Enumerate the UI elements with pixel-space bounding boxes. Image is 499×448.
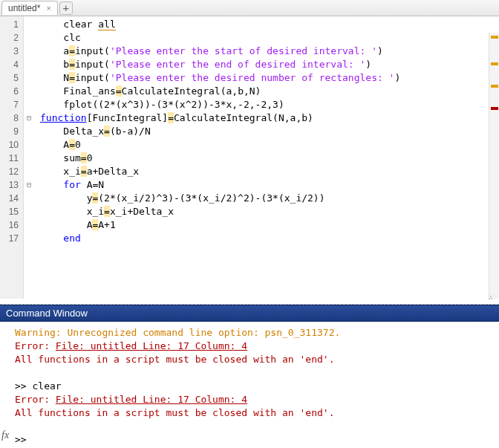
line-number: 6 <box>0 85 19 98</box>
fold-spacer <box>24 71 34 85</box>
line-number: 11 <box>0 152 19 165</box>
pane-splitter[interactable]: ∴ <box>0 299 499 305</box>
code-line[interactable]: a=input('Please enter the start of desir… <box>40 45 499 58</box>
code-line[interactable]: clear all <box>40 18 499 31</box>
tab-title: untitled* <box>8 3 40 13</box>
code-area[interactable]: clear all clc a=input('Please enter the … <box>34 16 499 299</box>
line-number: 16 <box>0 218 19 232</box>
line-number: 15 <box>0 205 19 218</box>
error-link[interactable]: File: untitled Line: 17 Column: 4 <box>56 394 247 405</box>
fold-spacer <box>24 18 34 31</box>
code-line[interactable]: N=input('Please enter the desired number… <box>40 71 499 85</box>
editor-tab-untitled[interactable]: untitled* × <box>1 1 58 15</box>
line-number: 8 <box>0 111 19 125</box>
code-line[interactable]: sum=0 <box>40 152 499 165</box>
console-line: All functions in a script must be closed… <box>15 353 496 366</box>
line-number: 7 <box>0 98 19 111</box>
editor-scrollbar[interactable] <box>489 33 499 299</box>
plus-icon: + <box>63 2 69 14</box>
lint-marker-warn[interactable] <box>491 85 498 88</box>
code-line[interactable]: b=input('Please enter the end of desired… <box>40 58 499 71</box>
console-line: All functions in a script must be closed… <box>15 406 496 420</box>
fold-spacer <box>24 152 34 165</box>
line-number: 17 <box>0 232 19 245</box>
fold-spacer <box>24 205 34 218</box>
line-number: 12 <box>0 165 19 178</box>
console-line <box>15 420 496 433</box>
line-number: 4 <box>0 58 19 71</box>
fold-spacer <box>24 165 34 178</box>
code-line[interactable]: A=0 <box>40 138 499 152</box>
fold-spacer <box>24 31 34 45</box>
console-line: >> <box>15 433 496 447</box>
line-number: 13 <box>0 178 19 192</box>
fold-spacer <box>24 218 34 232</box>
line-number: 9 <box>0 125 19 138</box>
fold-spacer <box>24 45 34 58</box>
lint-marker-warn[interactable] <box>491 62 498 65</box>
code-line[interactable]: fplot((2*(x^3))-(3*(x^2))-3*x,-2,-2,3) <box>40 98 499 111</box>
command-window-header[interactable]: Command Window <box>0 305 499 322</box>
error-link[interactable]: File: untitled Line: 17 Column: 4 <box>56 340 247 351</box>
code-line[interactable]: x_i=a+Delta_x <box>40 165 499 178</box>
line-number-gutter: 1234567891011121314151617 <box>0 16 24 299</box>
code-line[interactable]: x_i=x_i+Delta_x <box>40 205 499 218</box>
code-line[interactable]: y=(2*(x_i/2)^3)-(3*(x_i/2)^2)-(3*(x_i/2)… <box>40 192 499 205</box>
console-line: Warning: Unrecognized command line optio… <box>15 326 496 340</box>
fold-spacer <box>24 58 34 71</box>
fold-toggle-icon[interactable]: ⊟ <box>24 178 34 192</box>
fold-column: ⊟⊟ <box>24 16 34 299</box>
console-line: Error: File: untitled Line: 17 Column: 4 <box>15 393 496 406</box>
add-tab-button[interactable]: + <box>59 1 73 15</box>
grip-icon: ∴ <box>488 293 492 302</box>
fold-toggle-icon[interactable]: ⊟ <box>24 111 34 125</box>
code-line[interactable]: clc <box>40 31 499 45</box>
code-editor[interactable]: 1234567891011121314151617 ⊟⊟ clear all c… <box>0 16 499 299</box>
console-line: Error: File: untitled Line: 17 Column: 4 <box>15 340 496 353</box>
fold-spacer <box>24 138 34 152</box>
editor-tabbar: untitled* × + <box>0 0 499 16</box>
fold-spacer <box>24 85 34 98</box>
code-line[interactable]: A=A+1 <box>40 218 499 232</box>
lint-marker-warn[interactable] <box>491 36 498 39</box>
code-line[interactable]: Final_ans=CalculateIntegral(a,b,N) <box>40 85 499 98</box>
line-number: 14 <box>0 192 19 205</box>
fold-spacer <box>24 192 34 205</box>
console-line <box>15 366 496 380</box>
fold-spacer <box>24 125 34 138</box>
code-line[interactable]: Delta_x=(b-a)/N <box>40 125 499 138</box>
line-number: 1 <box>0 18 19 31</box>
lint-marker-error[interactable] <box>491 107 498 110</box>
fold-spacer <box>24 98 34 111</box>
line-number: 5 <box>0 71 19 85</box>
line-number: 3 <box>0 45 19 58</box>
console-line: >> clear <box>15 380 496 393</box>
command-window[interactable]: fx Warning: Unrecognized command line op… <box>0 322 499 448</box>
fold-spacer <box>24 232 34 245</box>
line-number: 10 <box>0 138 19 152</box>
code-line[interactable]: end <box>40 232 499 245</box>
code-line[interactable]: function[FuncIntegral]=CalculateIntegral… <box>40 111 499 125</box>
close-icon[interactable]: × <box>45 4 52 13</box>
line-number: 2 <box>0 31 19 45</box>
fx-icon[interactable]: fx <box>1 429 9 442</box>
command-window-title: Command Window <box>6 308 88 319</box>
code-line[interactable]: for A=N <box>40 178 499 192</box>
